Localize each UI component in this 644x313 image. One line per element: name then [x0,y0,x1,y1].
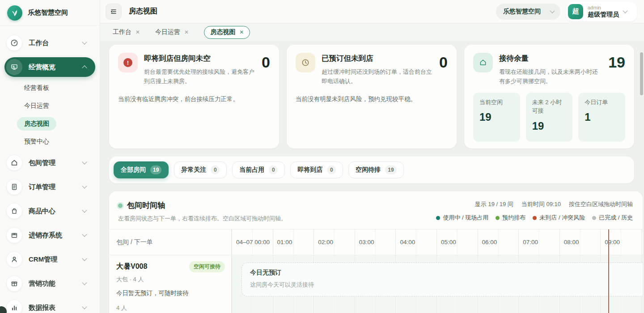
room-type: 大包 · 4 人 [116,275,225,283]
chevron-down-icon [82,304,87,309]
tab-workbench[interactable]: 工作台 ✕ [113,28,140,36]
inventory-box-icon [6,227,22,243]
sidebar: 乐悠智慧空间 工作台 经营概览 经营看板 今日运营 房态视图 预警中心 [0,0,100,313]
timeline-title: 包间时间轴 [127,200,165,211]
legend-noshow: 未到店 / 冲突风险 [533,214,585,222]
subitem-label: 预警中心 [24,138,49,146]
hour-tick: 01:00 [273,229,314,255]
sidebar-item-crm[interactable]: CRM管理 [4,250,95,269]
card-booked-noshow: 已预订但未到店 超过缓冲时间还没到场的订单，适合前台立即电话确认。 0 当前没有… [287,45,457,148]
hour-tick: 07:00 [518,229,559,255]
hour-tick [641,229,643,255]
close-icon[interactable]: ✕ [136,29,140,35]
room-capacity: 4 人 [116,304,225,312]
hour-tick: 02:00 [314,229,355,255]
sidebar-item-label: 包间管理 [29,159,55,167]
card-head: ! 即将到店但房间未空 前台最需要优先处理的接续风险，避免客户到店撞上未腾房。 … [118,53,270,86]
sidebar-item-orders[interactable]: 订单管理 [4,177,95,197]
stat-today-orders: 今日订单 1 [578,93,625,142]
user-menu[interactable]: 超 admin 超级管理员 [566,2,637,21]
card-head: 接待余量 看现在还能接几间，以及未来两小时还有多少可腾挪空间。 19 [473,53,625,86]
sidebar-subitem-room-status[interactable]: 房态视图 [17,117,56,131]
sidebar-item-rooms[interactable]: 包间管理 [4,153,95,173]
collapse-sidebar-icon[interactable] [106,4,122,20]
subitem-label: 经营看板 [24,84,49,92]
filter-all-rooms[interactable]: 全部房间 19 [114,161,169,178]
sidebar-item-reports[interactable]: 数据报表 [4,298,95,313]
tab-label: 今日运营 [155,28,180,36]
filter-occupied[interactable]: 当前占用 0 [232,161,285,178]
home-icon [6,155,22,171]
overview-board-icon [6,59,22,75]
sidebar-subitem-alert-center[interactable]: 预警中心 [17,135,56,148]
card-head-text: 即将到店但房间未空 前台最需要优先处理的接续风险，避免客户到店撞上未腾房。 [144,53,255,86]
timeline-head-left: 包间时间轴 左看房间状态与下一单，右看连续排布。空白区域可拖动时间轴。 [118,200,287,223]
timeline-head: 包间时间轴 左看房间状态与下一单，右看连续排布。空白区域可拖动时间轴。 显示 1… [109,191,643,229]
alert-icon: ! [118,53,138,72]
sidebar-item-goods[interactable]: 商品中心 [4,201,95,221]
card-head: 已预订但未到店 超过缓冲时间还没到场的订单，适合前台立即电话确认。 0 [296,53,448,86]
close-icon[interactable]: ✕ [184,29,189,35]
legend-done: 已完成 / 历史 [592,214,633,222]
free-slot-card[interactable]: 今日无预订 这间房今天可以灵活接待 [242,262,643,296]
timeline-header-row: 包间 / 下一单 04–07 00:00 01:00 02:00 03:00 0… [109,229,643,255]
sidebar-item-inventory[interactable]: 进销存系统 [4,225,95,245]
card-desc: 超过缓冲时间还没到场的订单，适合前台立即电话确认。 [322,67,433,86]
sidebar-item-marketing[interactable]: 营销功能 [4,274,95,293]
brand: 乐悠智慧空间 [0,0,100,26]
room-timeline-lane[interactable]: 今日无预订 这间房今天可以灵活接待 [232,255,643,313]
chevron-down-icon [82,256,87,261]
chevron-down-icon [82,183,87,188]
sidebar-item-label: CRM管理 [29,255,57,264]
tab-room-status[interactable]: 房态视图 ✕ [204,26,250,39]
hour-header-track[interactable]: 04–07 00:00 01:00 02:00 03:00 04:00 05:0… [232,229,643,255]
stat-current-free: 当前空闲 19 [473,93,520,142]
filter-count-badge: 0 [211,165,220,174]
dashboard-icon [6,35,22,51]
card-title: 接待余量 [499,54,602,63]
filter-count-badge: 19 [385,165,396,174]
filter-idle[interactable]: 空闲待排 19 [348,161,403,178]
filter-arriving[interactable]: 即将到店 0 [290,161,343,178]
hour-tick: 08:00 [559,229,601,255]
legend-dot-icon [436,216,440,220]
subitem-label: 房态视图 [24,120,49,128]
room-name: 大暑V008 [116,262,147,271]
user-username: admin [588,5,619,11]
room-column-header: 包间 / 下一单 [109,229,232,255]
hour-tick: 04:00 [395,229,436,255]
tab-today-ops[interactable]: 今日运营 ✕ [155,28,189,36]
scrollbar-thumb[interactable] [640,52,643,95]
tab-label: 房态视图 [210,28,235,36]
filter-label: 即将到店 [297,166,322,174]
sidebar-subitem-today-ops[interactable]: 今日运营 [17,99,56,113]
timeline-legend: 使用中 / 现场占用 预约排布 未到店 / 冲突风险 已完成 / 历史 [436,214,633,222]
chevron-up-icon [82,65,87,70]
hour-tick: 06:00 [478,229,519,255]
chevron-down-icon [82,207,87,212]
legend-dot-icon [592,216,596,220]
hour-tick: 04–07 00:00 [232,229,273,255]
kpi-cards: ! 即将到店但房间未空 前台最需要优先处理的接续风险，避免客户到店撞上未腾房。 … [109,45,634,148]
bar-chart-icon [6,300,22,313]
card-arriving-room-busy: ! 即将到店但房间未空 前台最需要优先处理的接续风险，避免客户到店撞上未腾房。 … [109,45,279,148]
card-title: 已预订但未到店 [322,54,433,63]
sidebar-item-label: 经营概览 [29,63,55,72]
close-icon[interactable]: ✕ [239,29,244,35]
card-head-text: 已预订但未到店 超过缓冲时间还没到场的订单，适合前台立即电话确认。 [322,53,433,86]
filter-bar: 全部房间 19 异常关注 0 当前占用 0 即将到店 0 空闲待排 19 [109,156,634,183]
capacity-stats: 当前空闲 19 未来 2 小时可接 19 今日订单 1 [473,93,625,142]
sidebar-subitem-kanban[interactable]: 经营看板 [17,81,56,95]
legend-dot-icon [533,216,537,220]
filter-abnormal[interactable]: 异常关注 0 [174,161,227,178]
sidebar-item-overview[interactable]: 经营概览 [4,57,95,77]
legend-reserved: 预约排布 [496,214,525,222]
current-time-line [608,229,609,313]
stat-label: 今日订单 [585,98,619,107]
topbar: 房态视图 乐悠智慧空间 超 admin 超级管理员 [100,0,644,23]
stat-value: 19 [532,120,567,132]
room-cell[interactable]: 大暑V008 空闲可接待 大包 · 4 人 今日暂无预订，可随时接待 4 人 [109,255,232,313]
workspace-select[interactable]: 乐悠智慧空间 [496,4,560,20]
card-title: 即将到店但房间未空 [144,54,255,63]
sidebar-item-workbench[interactable]: 工作台 [4,33,95,53]
